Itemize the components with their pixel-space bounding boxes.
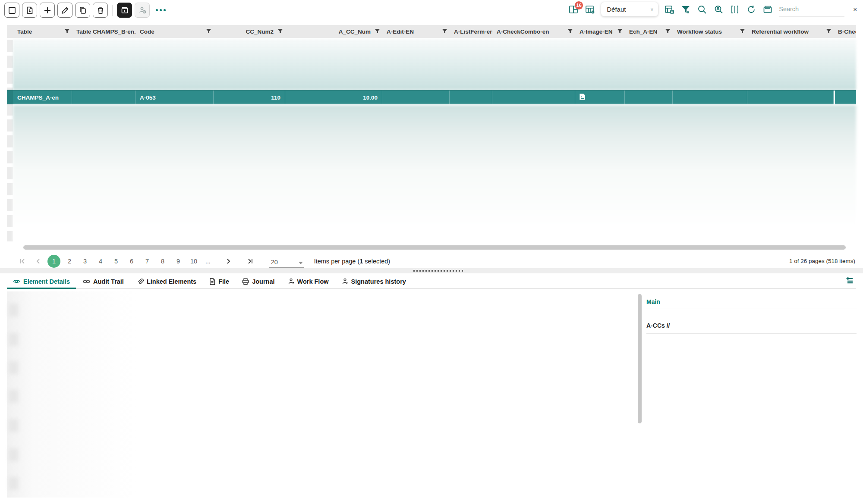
cell-cc-num2[interactable]: 110	[214, 91, 285, 104]
items-per-page-select[interactable]: 20	[269, 255, 304, 268]
select-box-icon	[8, 6, 16, 15]
tab-element-details[interactable]: Element Details	[7, 274, 76, 288]
grid-horizontal-scrollbar[interactable]	[7, 245, 856, 250]
tab-signatures-history[interactable]: Signatures history	[336, 274, 412, 288]
cell-ech-a-en[interactable]	[625, 91, 673, 104]
table-settings-icon[interactable]	[585, 4, 595, 15]
page-button-3[interactable]: 3	[79, 255, 91, 268]
filter-clear-icon[interactable]	[680, 4, 691, 15]
panel-resize-handle[interactable]	[413, 270, 463, 272]
last-page-button[interactable]	[243, 255, 256, 268]
cell-a-edit-en[interactable]	[382, 91, 450, 104]
previous-page-button[interactable]	[32, 255, 45, 268]
row-selector-strip[interactable]	[7, 40, 13, 241]
column-header-a-edit-en[interactable]: A-Edit-EN	[382, 25, 450, 38]
tab-linked-elements[interactable]: Linked Elements	[131, 274, 202, 288]
columns-icon[interactable]	[730, 4, 740, 15]
first-page-button[interactable]	[16, 255, 29, 268]
page-button-4[interactable]: 4	[94, 255, 107, 268]
cell-referential-workflow[interactable]	[747, 91, 834, 104]
column-header-a-cc-num[interactable]: A_CC_Num	[285, 25, 382, 38]
cell-b-check[interactable]	[834, 91, 856, 104]
column-header-code[interactable]: Code	[135, 25, 214, 38]
view-selector[interactable]: Défaut ∨	[601, 2, 658, 16]
filter-icon[interactable]	[278, 28, 283, 35]
tab-audit-trail[interactable]: Audit Trail	[77, 274, 130, 288]
filter-icon[interactable]	[826, 28, 831, 35]
cell-workflow-status[interactable]	[673, 91, 747, 104]
field-label-a-ccs: A-CCs //	[646, 322, 857, 334]
selected-table-row[interactable]: CHAMPS_A-en A-053 110 10.00	[7, 90, 856, 104]
delete-button[interactable]	[93, 3, 108, 18]
column-header-b-check[interactable]: B-Check	[834, 25, 856, 38]
clear-search-icon[interactable]: ×	[853, 6, 857, 13]
cell-table-champs-b[interactable]	[72, 91, 135, 104]
more-dots-icon[interactable]	[156, 9, 166, 11]
page-button-9[interactable]: 9	[172, 255, 185, 268]
import-file-button[interactable]	[22, 3, 37, 18]
add-button[interactable]	[40, 3, 55, 18]
archive-icon[interactable]	[762, 4, 773, 15]
cell-a-cc-num[interactable]: 10.00	[285, 91, 382, 104]
collapse-panel-button[interactable]	[844, 274, 854, 289]
page-button-6[interactable]: 6	[125, 255, 138, 268]
page-button-1[interactable]: 1	[47, 255, 60, 268]
column-header-a-checkcombo-en[interactable]: A-CheckCombo-en	[492, 25, 575, 38]
panel-layout-icon[interactable]: 16	[568, 4, 579, 15]
grid-rows-below-blurred[interactable]	[13, 105, 856, 241]
page-button-8[interactable]: 8	[156, 255, 169, 268]
archive-run-button[interactable]	[117, 3, 132, 18]
add-icon	[43, 6, 52, 15]
notification-badge: 16	[575, 1, 583, 9]
details-vertical-scrollbar[interactable]	[638, 294, 642, 497]
filter-icon[interactable]	[568, 28, 573, 35]
column-header-workflow-status[interactable]: Workflow status	[673, 25, 747, 38]
column-header-cc-num2[interactable]: CC_Num2	[214, 25, 285, 38]
search-input[interactable]	[779, 6, 844, 13]
workflow-user-button[interactable]	[135, 3, 150, 18]
scrollbar-thumb[interactable]	[23, 245, 846, 250]
column-header-a-listferm-en[interactable]: A-ListFerm-en	[450, 25, 492, 38]
edit-button[interactable]	[57, 3, 72, 18]
page-button-7[interactable]: 7	[141, 255, 154, 268]
column-header-a-image-en[interactable]: A-Image-EN	[575, 25, 625, 38]
cell-a-image-en[interactable]	[575, 91, 625, 104]
grid-rows-above-blurred[interactable]	[13, 39, 856, 90]
cell-a-listferm-en[interactable]	[450, 91, 492, 104]
column-header-ech-a-en[interactable]: Ech_A-EN	[625, 25, 673, 38]
journal-icon	[242, 278, 249, 285]
selected-row-handle[interactable]	[7, 91, 13, 104]
cell-code[interactable]: A-053	[135, 91, 214, 104]
filter-icon[interactable]	[665, 28, 670, 35]
refresh-icon[interactable]	[746, 4, 756, 15]
scrollbar-thumb[interactable]	[638, 294, 642, 423]
table-add-icon[interactable]	[664, 4, 674, 15]
search-icon[interactable]	[697, 4, 707, 15]
column-header-table[interactable]: Table	[13, 25, 72, 38]
tab-work-flow[interactable]: Work Flow	[282, 274, 335, 288]
page-button-5[interactable]: 5	[110, 255, 123, 268]
cell-a-checkcombo-en[interactable]	[492, 91, 575, 104]
filter-icon[interactable]	[617, 28, 622, 35]
filter-icon[interactable]	[442, 28, 447, 35]
tab-file[interactable]: File	[203, 274, 235, 288]
copy-button[interactable]	[75, 3, 90, 18]
page-button-10[interactable]: 10	[187, 255, 200, 268]
page-button-2[interactable]: 2	[63, 255, 76, 268]
filter-icon[interactable]	[375, 28, 380, 35]
select-box-button[interactable]	[4, 3, 19, 18]
search-user-icon[interactable]	[713, 4, 724, 15]
filter-icon[interactable]	[65, 28, 69, 35]
filter-icon[interactable]	[740, 28, 745, 35]
blurred-label	[9, 361, 18, 374]
cell-table[interactable]: CHAMPS_A-en	[13, 91, 72, 104]
filter-icon[interactable]	[206, 28, 211, 35]
details-tabbar: Element Details Audit Trail Linked Eleme…	[7, 274, 856, 289]
next-page-button[interactable]	[222, 255, 235, 268]
section-title: Main	[646, 298, 857, 309]
column-header-referential-workflow[interactable]: Referential workflow	[747, 25, 834, 38]
tab-journal[interactable]: Journal	[236, 274, 280, 288]
blurred-label	[9, 304, 18, 316]
collapse-left-icon	[844, 277, 854, 286]
column-header-table-champs-b[interactable]: Table CHAMPS_B-en...	[72, 25, 135, 38]
